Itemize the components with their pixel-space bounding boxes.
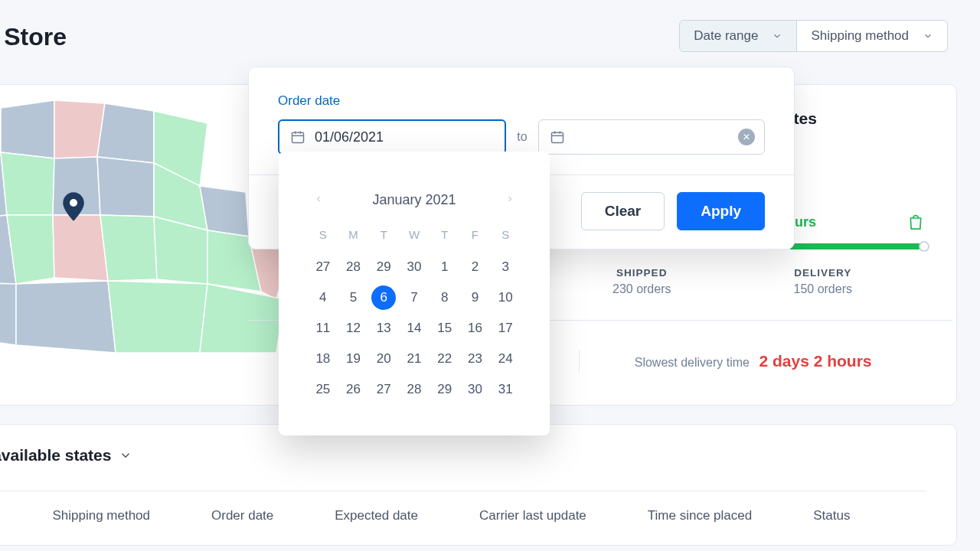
svg-point-0 <box>70 199 77 207</box>
calendar-month-label: January 2021 <box>372 192 456 208</box>
stat-shipped: SHIPPED 230 orders <box>612 267 671 296</box>
calendar-day[interactable]: 22 <box>430 344 460 374</box>
table-header-row: tion Shipping method Order date Expected… <box>0 491 926 523</box>
date-from-input[interactable]: 01/06/2021 <box>278 119 506 155</box>
chevron-right-icon <box>505 194 514 204</box>
calendar-day[interactable]: 17 <box>490 313 521 344</box>
calendar-day[interactable]: 10 <box>490 282 521 313</box>
calendar-day[interactable]: 28 <box>338 252 369 282</box>
col-status: Status <box>813 508 850 523</box>
calendar-day[interactable]: 5 <box>338 282 369 313</box>
calendar-day[interactable]: 12 <box>338 313 369 344</box>
stat-delivery-value: 150 orders <box>794 282 853 296</box>
calendar-day[interactable]: 27 <box>308 252 338 282</box>
col-order-date: Order date <box>211 508 273 523</box>
calendar-day[interactable]: 7 <box>399 282 430 313</box>
calendar-day[interactable]: 27 <box>368 374 399 405</box>
clear-button[interactable]: Clear <box>581 192 665 230</box>
slowest-delivery-value: 2 days 2 hours <box>759 352 871 370</box>
chevron-left-icon <box>314 194 323 204</box>
date-to-separator: to <box>517 130 527 144</box>
calendar-day[interactable]: 25 <box>308 374 338 405</box>
weekday: M <box>338 228 369 252</box>
calendar-day[interactable]: 2 <box>460 252 491 282</box>
weekday: W <box>399 228 430 252</box>
popover-label: Order date <box>278 93 765 109</box>
chevron-down-icon <box>923 31 933 41</box>
shipping-method-filter-label: Shipping method <box>811 28 909 44</box>
top-filters: Date range Shipping method <box>679 20 948 52</box>
calendar-day[interactable]: 6 <box>371 285 396 310</box>
orders-table-title-text: all available states <box>0 446 111 465</box>
weekday: T <box>368 228 399 252</box>
calendar-day[interactable]: 11 <box>308 313 338 344</box>
calendar-icon <box>290 129 305 145</box>
calendar-day[interactable]: 9 <box>460 282 491 313</box>
progress-knob[interactable] <box>919 241 929 252</box>
map-pin-icon <box>62 192 85 221</box>
stats-row: SHIPPED 230 orders DELIVERY 150 orders <box>612 267 852 296</box>
chevron-down-icon <box>772 31 782 41</box>
date-range-filter-label: Date range <box>694 28 758 44</box>
calendar-day[interactable]: 18 <box>308 344 338 374</box>
shopping-bag-icon <box>908 214 923 233</box>
calendar-picker: January 2021 S M T W T F S 2728293012345… <box>279 152 550 435</box>
calendar-day[interactable]: 20 <box>368 344 399 374</box>
col-expected-date: Expected date <box>335 508 418 523</box>
calendar-weekdays: S M T W T F S <box>308 228 521 252</box>
clear-to-date-icon[interactable]: ✕ <box>738 129 755 145</box>
date-from-value: 01/06/2021 <box>315 129 384 145</box>
stat-shipped-value: 230 orders <box>612 282 671 296</box>
calendar-day[interactable]: 16 <box>460 313 491 344</box>
orders-table-card: all available states tion Shipping metho… <box>0 424 957 546</box>
calendar-day[interactable]: 1 <box>430 252 460 282</box>
calendar-day[interactable]: 26 <box>338 374 369 405</box>
col-carrier-update: Carrier last update <box>479 508 586 523</box>
page-title: tes • Store <box>0 23 67 51</box>
col-shipping-method: Shipping method <box>52 508 150 523</box>
weekday: S <box>490 228 521 252</box>
progress-bar[interactable] <box>789 243 925 249</box>
calendar-day[interactable]: 3 <box>490 252 521 282</box>
calendar-day[interactable]: 30 <box>460 374 491 405</box>
calendar-next-month[interactable] <box>499 190 521 210</box>
calendar-prev-month[interactable] <box>308 190 329 210</box>
stat-delivery-label: DELIVERY <box>794 267 853 279</box>
calendar-day[interactable]: 13 <box>368 313 399 344</box>
calendar-day[interactable]: 30 <box>399 252 430 282</box>
stat-delivery: DELIVERY 150 orders <box>794 267 853 296</box>
calendar-day[interactable]: 28 <box>399 374 430 405</box>
calendar-days: 2728293012345678910111213141516171819202… <box>308 252 521 405</box>
chevron-down-icon <box>119 448 132 462</box>
weekday: S <box>308 228 338 252</box>
stat-shipped-label: SHIPPED <box>612 267 671 279</box>
col-time-since: Time since placed <box>648 508 752 523</box>
calendar-day[interactable]: 29 <box>430 374 460 405</box>
shipping-method-filter[interactable]: Shipping method <box>797 20 948 52</box>
calendar-day[interactable]: 14 <box>399 313 430 344</box>
date-range-filter[interactable]: Date range <box>679 20 797 52</box>
svg-rect-1 <box>292 132 304 142</box>
calendar-day[interactable]: 8 <box>430 282 460 313</box>
calendar-day[interactable]: 4 <box>308 282 338 313</box>
calendar-day[interactable]: 29 <box>368 252 399 282</box>
calendar-day[interactable]: 23 <box>460 344 491 374</box>
calendar-icon <box>550 129 565 145</box>
weekday: F <box>460 228 491 252</box>
date-inputs-row: 01/06/2021 to ✕ <box>278 119 765 155</box>
calendar-day[interactable]: 21 <box>399 344 430 374</box>
weekday: T <box>430 228 460 252</box>
calendar-day[interactable]: 31 <box>490 374 521 405</box>
divider-vertical <box>579 350 580 372</box>
calendar-header: January 2021 <box>308 190 521 210</box>
slowest-delivery-label: Slowest delivery time <box>635 356 750 369</box>
time-hours-fragment: urs <box>795 214 816 230</box>
apply-button[interactable]: Apply <box>677 192 765 230</box>
svg-rect-5 <box>551 132 563 142</box>
date-to-input[interactable]: ✕ <box>538 119 765 155</box>
calendar-day[interactable]: 19 <box>338 344 369 374</box>
slowest-delivery: Slowest delivery time 2 days 2 hours <box>635 352 872 370</box>
orders-table-title[interactable]: all available states <box>0 446 926 465</box>
calendar-day[interactable]: 24 <box>490 344 521 374</box>
calendar-day[interactable]: 15 <box>430 313 460 344</box>
